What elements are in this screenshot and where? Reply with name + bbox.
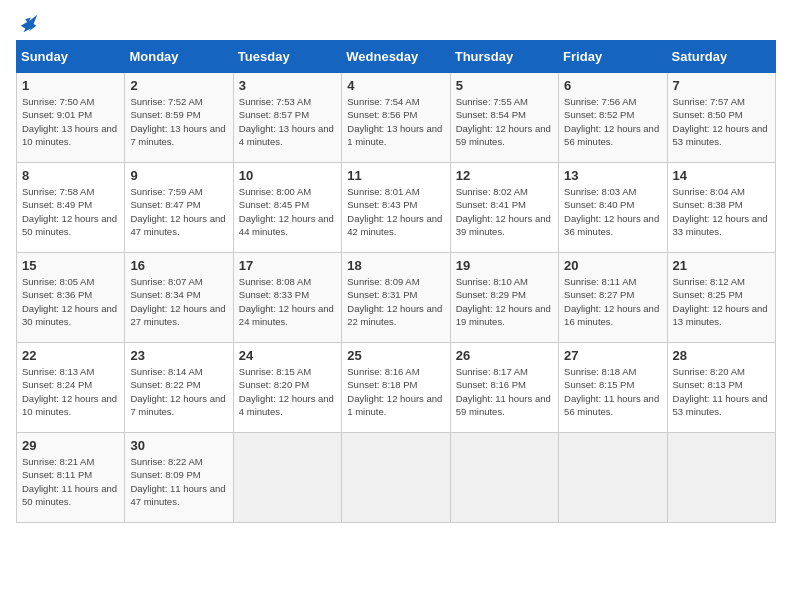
column-header-friday: Friday — [559, 41, 667, 73]
day-info: Sunrise: 8:16 AMSunset: 8:18 PMDaylight:… — [347, 365, 444, 418]
day-info: Sunrise: 8:02 AMSunset: 8:41 PMDaylight:… — [456, 185, 553, 238]
calendar-week-row: 8Sunrise: 7:58 AMSunset: 8:49 PMDaylight… — [17, 163, 776, 253]
calendar-cell: 25Sunrise: 8:16 AMSunset: 8:18 PMDayligh… — [342, 343, 450, 433]
day-info: Sunrise: 8:05 AMSunset: 8:36 PMDaylight:… — [22, 275, 119, 328]
calendar-cell: 6Sunrise: 7:56 AMSunset: 8:52 PMDaylight… — [559, 73, 667, 163]
calendar-cell: 21Sunrise: 8:12 AMSunset: 8:25 PMDayligh… — [667, 253, 775, 343]
column-header-thursday: Thursday — [450, 41, 558, 73]
calendar-cell: 12Sunrise: 8:02 AMSunset: 8:41 PMDayligh… — [450, 163, 558, 253]
day-info: Sunrise: 7:55 AMSunset: 8:54 PMDaylight:… — [456, 95, 553, 148]
calendar-cell: 14Sunrise: 8:04 AMSunset: 8:38 PMDayligh… — [667, 163, 775, 253]
calendar-cell: 27Sunrise: 8:18 AMSunset: 8:15 PMDayligh… — [559, 343, 667, 433]
calendar-header-row: SundayMondayTuesdayWednesdayThursdayFrid… — [17, 41, 776, 73]
day-number: 17 — [239, 258, 336, 273]
day-info: Sunrise: 8:01 AMSunset: 8:43 PMDaylight:… — [347, 185, 444, 238]
calendar-cell — [342, 433, 450, 523]
column-header-monday: Monday — [125, 41, 233, 73]
calendar-cell: 9Sunrise: 7:59 AMSunset: 8:47 PMDaylight… — [125, 163, 233, 253]
day-number: 2 — [130, 78, 227, 93]
calendar-cell — [450, 433, 558, 523]
day-number: 28 — [673, 348, 770, 363]
day-number: 21 — [673, 258, 770, 273]
day-info: Sunrise: 7:56 AMSunset: 8:52 PMDaylight:… — [564, 95, 661, 148]
day-info: Sunrise: 7:58 AMSunset: 8:49 PMDaylight:… — [22, 185, 119, 238]
day-number: 24 — [239, 348, 336, 363]
page-header — [16, 16, 776, 28]
calendar-cell: 28Sunrise: 8:20 AMSunset: 8:13 PMDayligh… — [667, 343, 775, 433]
calendar-cell: 24Sunrise: 8:15 AMSunset: 8:20 PMDayligh… — [233, 343, 341, 433]
day-info: Sunrise: 7:59 AMSunset: 8:47 PMDaylight:… — [130, 185, 227, 238]
day-number: 6 — [564, 78, 661, 93]
day-info: Sunrise: 8:17 AMSunset: 8:16 PMDaylight:… — [456, 365, 553, 418]
day-number: 10 — [239, 168, 336, 183]
day-number: 27 — [564, 348, 661, 363]
calendar-cell — [667, 433, 775, 523]
calendar-cell: 20Sunrise: 8:11 AMSunset: 8:27 PMDayligh… — [559, 253, 667, 343]
day-info: Sunrise: 8:21 AMSunset: 8:11 PMDaylight:… — [22, 455, 119, 508]
day-number: 20 — [564, 258, 661, 273]
day-info: Sunrise: 7:52 AMSunset: 8:59 PMDaylight:… — [130, 95, 227, 148]
day-info: Sunrise: 8:08 AMSunset: 8:33 PMDaylight:… — [239, 275, 336, 328]
calendar-week-row: 29Sunrise: 8:21 AMSunset: 8:11 PMDayligh… — [17, 433, 776, 523]
day-number: 8 — [22, 168, 119, 183]
day-info: Sunrise: 8:22 AMSunset: 8:09 PMDaylight:… — [130, 455, 227, 508]
calendar-week-row: 1Sunrise: 7:50 AMSunset: 9:01 PMDaylight… — [17, 73, 776, 163]
calendar-table: SundayMondayTuesdayWednesdayThursdayFrid… — [16, 40, 776, 523]
day-info: Sunrise: 8:14 AMSunset: 8:22 PMDaylight:… — [130, 365, 227, 418]
day-info: Sunrise: 8:07 AMSunset: 8:34 PMDaylight:… — [130, 275, 227, 328]
column-header-wednesday: Wednesday — [342, 41, 450, 73]
day-number: 22 — [22, 348, 119, 363]
day-number: 7 — [673, 78, 770, 93]
calendar-cell — [559, 433, 667, 523]
calendar-cell: 19Sunrise: 8:10 AMSunset: 8:29 PMDayligh… — [450, 253, 558, 343]
day-info: Sunrise: 7:50 AMSunset: 9:01 PMDaylight:… — [22, 95, 119, 148]
calendar-cell: 11Sunrise: 8:01 AMSunset: 8:43 PMDayligh… — [342, 163, 450, 253]
calendar-cell: 3Sunrise: 7:53 AMSunset: 8:57 PMDaylight… — [233, 73, 341, 163]
logo-bird-icon — [18, 12, 40, 34]
day-info: Sunrise: 8:13 AMSunset: 8:24 PMDaylight:… — [22, 365, 119, 418]
day-number: 4 — [347, 78, 444, 93]
day-info: Sunrise: 8:11 AMSunset: 8:27 PMDaylight:… — [564, 275, 661, 328]
calendar-cell — [233, 433, 341, 523]
day-number: 26 — [456, 348, 553, 363]
day-number: 11 — [347, 168, 444, 183]
day-number: 23 — [130, 348, 227, 363]
day-number: 9 — [130, 168, 227, 183]
calendar-cell: 30Sunrise: 8:22 AMSunset: 8:09 PMDayligh… — [125, 433, 233, 523]
day-number: 13 — [564, 168, 661, 183]
column-header-saturday: Saturday — [667, 41, 775, 73]
column-header-sunday: Sunday — [17, 41, 125, 73]
calendar-cell: 23Sunrise: 8:14 AMSunset: 8:22 PMDayligh… — [125, 343, 233, 433]
day-info: Sunrise: 8:18 AMSunset: 8:15 PMDaylight:… — [564, 365, 661, 418]
day-number: 19 — [456, 258, 553, 273]
day-info: Sunrise: 8:12 AMSunset: 8:25 PMDaylight:… — [673, 275, 770, 328]
day-number: 15 — [22, 258, 119, 273]
calendar-cell: 5Sunrise: 7:55 AMSunset: 8:54 PMDaylight… — [450, 73, 558, 163]
day-info: Sunrise: 7:57 AMSunset: 8:50 PMDaylight:… — [673, 95, 770, 148]
calendar-cell: 13Sunrise: 8:03 AMSunset: 8:40 PMDayligh… — [559, 163, 667, 253]
day-info: Sunrise: 7:54 AMSunset: 8:56 PMDaylight:… — [347, 95, 444, 148]
calendar-cell: 8Sunrise: 7:58 AMSunset: 8:49 PMDaylight… — [17, 163, 125, 253]
day-number: 18 — [347, 258, 444, 273]
calendar-cell: 22Sunrise: 8:13 AMSunset: 8:24 PMDayligh… — [17, 343, 125, 433]
calendar-cell: 29Sunrise: 8:21 AMSunset: 8:11 PMDayligh… — [17, 433, 125, 523]
day-info: Sunrise: 8:15 AMSunset: 8:20 PMDaylight:… — [239, 365, 336, 418]
calendar-cell: 18Sunrise: 8:09 AMSunset: 8:31 PMDayligh… — [342, 253, 450, 343]
logo — [16, 16, 40, 28]
day-info: Sunrise: 8:03 AMSunset: 8:40 PMDaylight:… — [564, 185, 661, 238]
calendar-cell: 10Sunrise: 8:00 AMSunset: 8:45 PMDayligh… — [233, 163, 341, 253]
day-info: Sunrise: 8:00 AMSunset: 8:45 PMDaylight:… — [239, 185, 336, 238]
calendar-week-row: 15Sunrise: 8:05 AMSunset: 8:36 PMDayligh… — [17, 253, 776, 343]
day-number: 30 — [130, 438, 227, 453]
calendar-cell: 16Sunrise: 8:07 AMSunset: 8:34 PMDayligh… — [125, 253, 233, 343]
day-number: 1 — [22, 78, 119, 93]
calendar-cell: 26Sunrise: 8:17 AMSunset: 8:16 PMDayligh… — [450, 343, 558, 433]
day-info: Sunrise: 8:10 AMSunset: 8:29 PMDaylight:… — [456, 275, 553, 328]
day-number: 3 — [239, 78, 336, 93]
calendar-cell: 1Sunrise: 7:50 AMSunset: 9:01 PMDaylight… — [17, 73, 125, 163]
day-number: 29 — [22, 438, 119, 453]
day-info: Sunrise: 8:20 AMSunset: 8:13 PMDaylight:… — [673, 365, 770, 418]
day-info: Sunrise: 8:04 AMSunset: 8:38 PMDaylight:… — [673, 185, 770, 238]
day-info: Sunrise: 7:53 AMSunset: 8:57 PMDaylight:… — [239, 95, 336, 148]
day-info: Sunrise: 8:09 AMSunset: 8:31 PMDaylight:… — [347, 275, 444, 328]
